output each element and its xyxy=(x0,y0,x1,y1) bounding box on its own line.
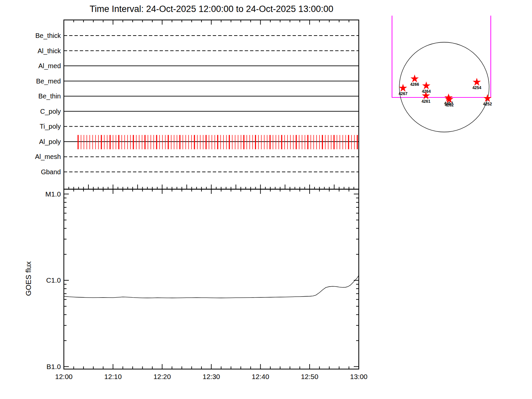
active-region-star xyxy=(473,78,481,86)
x-tick-label: 12:30 xyxy=(202,373,220,380)
y-tick-label: M1.0 xyxy=(45,190,61,198)
y-tick-label: C1.0 xyxy=(46,276,61,284)
plot-canvas: Be_thickAl_thickAl_medBe_medBe_thinC_pol… xyxy=(0,0,532,399)
filter-row-label: Al_mesh xyxy=(35,153,61,161)
filter-timeline-panel: Be_thickAl_thickAl_medBe_medBe_thinC_pol… xyxy=(35,20,359,189)
filter-row-label: Al_poly xyxy=(39,138,61,146)
active-region-label: 4262 xyxy=(445,103,454,107)
filter-row-label: Gband xyxy=(41,168,61,176)
active-region-star xyxy=(399,84,407,92)
active-region-label: 4267 xyxy=(399,91,408,96)
goes-ylabel: GOES flux xyxy=(24,261,33,296)
filter-row-label: Be_thin xyxy=(38,92,61,100)
filter-row-label: C_poly xyxy=(40,108,61,115)
goes-flux-curve xyxy=(64,275,359,298)
goes-flux-panel: 12:0012:1012:2012:3012:4012:5013:00M1.0C… xyxy=(24,189,367,380)
active-region-star xyxy=(411,74,419,82)
filter-row-label: Be_med xyxy=(36,77,61,85)
plot-page: Time Interval: 24-Oct-2025 12:00:00 to 2… xyxy=(0,0,532,399)
x-tick-label: 12:20 xyxy=(153,373,171,380)
filter-row-label: Al_thick xyxy=(38,47,61,55)
filter-row-label: Be_thick xyxy=(35,32,61,40)
goes-panel-frame xyxy=(64,189,359,369)
y-tick-label: B1.0 xyxy=(47,363,61,370)
active-region-label: 4252 xyxy=(483,102,492,106)
x-tick-label: 13:00 xyxy=(350,373,368,380)
active-region-star xyxy=(422,81,431,89)
filter-panel-frame xyxy=(64,20,359,189)
x-tick-label: 12:10 xyxy=(104,373,122,380)
solar-disk-panel: 42664267426442614257426242544252 xyxy=(392,16,492,132)
page-title: Time Interval: 24-Oct-2025 12:00:00 to 2… xyxy=(64,4,359,14)
active-region-label: 4261 xyxy=(422,99,431,104)
filter-row-label: Ti_poly xyxy=(40,123,61,130)
x-tick-label: 12:40 xyxy=(252,373,269,380)
active-region-star xyxy=(483,94,492,102)
filter-row-label: Al_med xyxy=(38,62,61,70)
x-tick-label: 12:00 xyxy=(55,373,73,380)
active-region-label: 4254 xyxy=(472,85,481,90)
x-tick-label: 12:50 xyxy=(301,373,319,380)
active-region-label: 4266 xyxy=(410,82,419,87)
